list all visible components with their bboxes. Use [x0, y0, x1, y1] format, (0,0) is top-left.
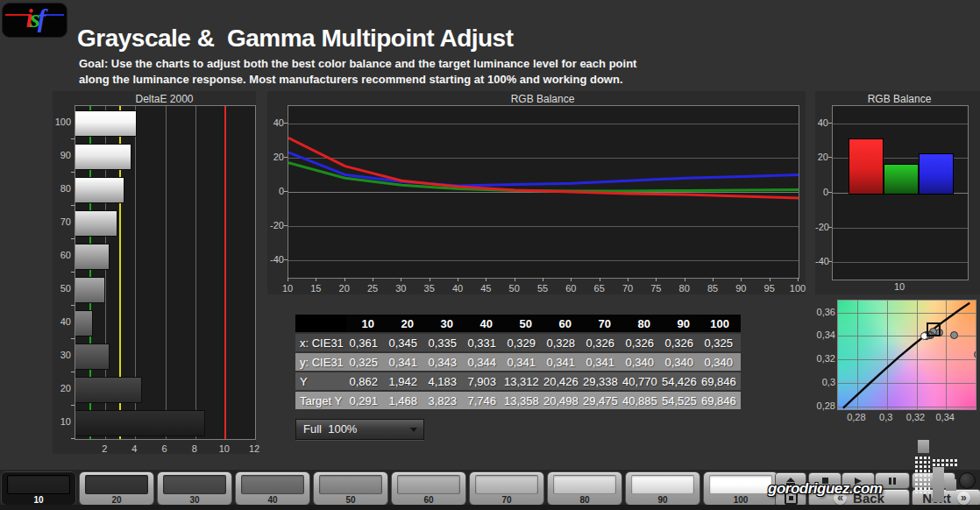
gridline — [833, 262, 968, 263]
series-red — [288, 138, 799, 198]
y-tick-mark — [284, 259, 288, 260]
table-cell: 54,426 — [662, 372, 701, 390]
x-tick-label: 2 — [96, 443, 113, 454]
table-cell: 0,340 — [622, 353, 662, 371]
y-tick-mark — [71, 372, 75, 372]
y-tick-label: -40 — [815, 256, 828, 266]
step-swatch — [241, 475, 304, 494]
table-cell: 20,426 — [543, 372, 583, 390]
step-label: 80 — [548, 495, 621, 505]
watermark-pixel-logo — [910, 436, 980, 505]
grayscale-step-button-80[interactable]: 80 — [547, 471, 622, 506]
table-cell: 3,823 — [425, 392, 465, 409]
table-cell: 0,325 — [346, 353, 386, 371]
grayscale-step-button-60[interactable]: 60 — [391, 471, 466, 506]
x-tick-label: 80 — [675, 283, 694, 294]
x-tick-label: 85 — [703, 283, 722, 294]
y-tick-label: -20 — [267, 220, 284, 230]
step-swatch — [397, 475, 460, 494]
logo-letter: f — [38, 4, 44, 32]
table-cell: 0,329 — [504, 334, 543, 351]
y-tick-label: 60 — [53, 250, 71, 260]
table-cell: 7,746 — [465, 392, 504, 409]
deltae-bar — [75, 310, 93, 336]
table-cell: 40,885 — [622, 392, 662, 409]
table-cell: 20,498 — [543, 392, 583, 409]
x-tick-label: 0,32 — [905, 412, 927, 422]
table-column-header: 60 — [543, 315, 583, 332]
pattern-select-dropdown[interactable]: Full 100% — [295, 419, 424, 440]
table-cell: 69,846 — [701, 372, 741, 390]
x-tick-label: 20 — [335, 283, 354, 294]
y-tick-label: 10 — [53, 416, 71, 427]
step-label: 50 — [314, 495, 387, 505]
gridline — [833, 228, 968, 229]
grayscale-step-button-20[interactable]: 20 — [79, 471, 154, 506]
grayscale-step-button-10[interactable]: 10 — [1, 471, 76, 506]
blue-bar — [919, 153, 954, 195]
x-tick-mark — [798, 278, 799, 281]
cie-chart: 0,280,30,320,340,36 0,280,30,320,34 — [815, 294, 980, 426]
rgb-line-chart-title: RGB Balance — [288, 93, 798, 105]
table-cell: 0,328 — [543, 334, 583, 351]
x-tick-mark — [543, 278, 543, 281]
table-row-label: y: CIE31 — [295, 353, 346, 371]
grayscale-step-button-90[interactable]: 90 — [625, 471, 700, 506]
rgb-line-plot — [288, 105, 799, 279]
y-tick-mark — [71, 272, 75, 273]
table-cell: 0,326 — [622, 334, 662, 351]
step-label: 70 — [470, 495, 543, 505]
table-cell: 0,340 — [662, 353, 701, 371]
y-tick-label: 20 — [53, 383, 71, 393]
y-tick-mark — [71, 305, 75, 306]
gridline — [833, 124, 968, 124]
table-column-header: 50 — [504, 315, 543, 332]
table-cell: 0,344 — [465, 353, 504, 371]
gridline — [255, 106, 256, 439]
table-column-header: 90 — [662, 315, 701, 332]
x-tick-label: 6 — [156, 443, 174, 454]
deltae-bar — [75, 277, 105, 303]
rgb-balance-line-chart: RGB Balance 40200-20-40 1015202530354045… — [267, 91, 806, 294]
y-tick-label: 80 — [53, 183, 71, 194]
chevron-down-icon — [410, 428, 417, 432]
watermark-text: gorodriguez.com — [768, 480, 882, 498]
table-column-header: 10 — [346, 315, 386, 332]
step-label: 90 — [626, 495, 699, 505]
grayscale-step-button-50[interactable]: 50 — [313, 471, 388, 506]
y-tick-label: 20 — [815, 152, 828, 162]
table-cell: 7,903 — [465, 372, 504, 390]
y-tick-label: 50 — [53, 283, 71, 294]
grayscale-step-button-70[interactable]: 70 — [469, 471, 544, 506]
page-title: Grayscale & Gamma Multipoint Adjust — [77, 25, 514, 53]
y-tick-label: 40 — [53, 316, 71, 327]
deltae-chart-title: DeltaE 2000 — [75, 93, 254, 105]
gridline — [195, 106, 196, 439]
pixel-logo-bar — [933, 467, 944, 502]
rgb-balance-bar-chart: RGB Balance 40200-20-40 10 — [815, 91, 980, 294]
isf-logo-text: isf — [3, 4, 67, 33]
x-tick-mark — [373, 278, 373, 281]
x-tick-mark — [288, 278, 288, 281]
measurement-point — [950, 331, 958, 339]
x-tick-mark — [316, 278, 316, 281]
deltae-bar — [75, 410, 205, 436]
x-tick-label: 4 — [125, 443, 143, 454]
logo-letter: s — [31, 4, 38, 32]
table-cell: 0,341 — [386, 353, 425, 371]
x-tick-mark — [600, 278, 600, 281]
green-bar — [884, 164, 919, 195]
y-tick-mark — [71, 338, 75, 339]
x-tick-label: 95 — [760, 283, 779, 294]
table-cell: 0,340 — [701, 353, 741, 371]
grayscale-step-button-40[interactable]: 40 — [235, 471, 310, 506]
y-tick-mark — [71, 138, 75, 139]
table-cell: 0,325 — [701, 334, 741, 351]
grayscale-step-button-30[interactable]: 30 — [157, 471, 232, 506]
step-swatch — [85, 475, 148, 494]
x-tick-label: 10 — [278, 283, 297, 294]
table-cell: 0,361 — [346, 334, 386, 351]
table-row: Target Y0,2911,4683,8237,74613,35820,498… — [295, 392, 741, 409]
table-cell: 0,326 — [662, 334, 701, 351]
table-cell: 0,291 — [346, 392, 386, 409]
